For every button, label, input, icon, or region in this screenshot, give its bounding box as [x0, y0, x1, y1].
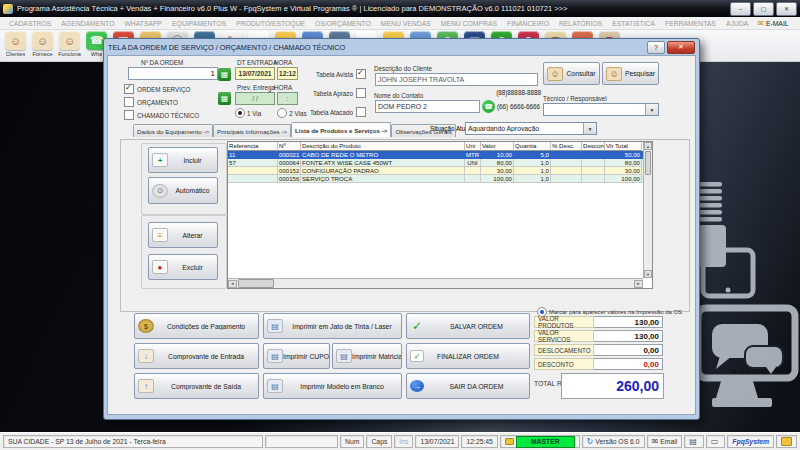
minimize-button[interactable]: –: [730, 2, 751, 16]
scrollbar-thumb[interactable]: [238, 279, 274, 288]
scroll-down-icon[interactable]: ▼: [644, 270, 652, 278]
situacao-dropdown[interactable]: Aguardando Aprovação ▼: [465, 122, 597, 135]
menu-item[interactable]: RELATÓRIOS: [554, 20, 607, 27]
menu-item-email[interactable]: ✉ E-MAIL: [753, 19, 792, 28]
automatico-button[interactable]: ⊙ Automático: [148, 177, 218, 204]
condicoes-pagamento-button[interactable]: $ Condições de Pagamento: [134, 313, 259, 339]
column-header[interactable]: Valor: [481, 142, 514, 151]
tab[interactable]: Principais Informações ->: [213, 124, 291, 137]
menu-item[interactable]: EQUIPAMENTOS: [167, 20, 231, 27]
window-titlebar: Programa Assistência Técnica + Vendas + …: [0, 0, 800, 17]
client-input[interactable]: JOHN JOSEPH TRAVOLTA: [375, 73, 538, 86]
technician-dropdown[interactable]: ▼: [543, 103, 659, 116]
tab[interactable]: Lista de Produtos e Serviços ->: [291, 122, 391, 137]
scroll-right-icon[interactable]: ►: [634, 280, 643, 288]
menu-item[interactable]: FINANCEIRO: [502, 20, 554, 27]
status-num-lock: Num: [340, 435, 364, 448]
incluir-button[interactable]: + Incluir: [148, 147, 218, 173]
dialog-help-button[interactable]: ?: [647, 41, 665, 54]
consultar-button[interactable]: ☺ Consultar: [543, 62, 600, 85]
menu-item[interactable]: MENU VENDAS: [376, 20, 436, 27]
add-icon: +: [152, 153, 168, 167]
menu-item[interactable]: AGENDAMENTO: [56, 20, 119, 27]
table-row[interactable]: 11 000021 CABO DE REDE O METRO MTR 10,00…: [228, 151, 652, 159]
dialog-close-button[interactable]: ✕: [667, 41, 695, 54]
table-horizontal-scrollbar[interactable]: ◄ ►: [228, 278, 643, 288]
menu-item[interactable]: FERRAMENTAS: [660, 20, 721, 27]
comprovante-saida-button[interactable]: ↑ Comprovante de Saída: [134, 373, 259, 399]
technician-label: Técnico / Responsável: [543, 95, 607, 102]
via-radio[interactable]: 1 Via: [235, 108, 261, 118]
contact-input[interactable]: DOM PEDRO 2: [375, 100, 480, 113]
finalizar-ordem-button[interactable]: ✓ FINALIZAR ORDEM: [406, 343, 530, 369]
table-vertical-scrollbar[interactable]: ▲ ▼: [643, 142, 652, 278]
menu-item[interactable]: OS/ORÇAMENTO: [310, 20, 376, 27]
menu-item[interactable]: ESTATISTICA: [607, 20, 660, 27]
order-number-input[interactable]: 1: [128, 67, 218, 80]
order-type-checkbox[interactable]: ORDEM SERVIÇO: [124, 84, 199, 94]
close-button[interactable]: ✕: [776, 2, 797, 16]
scrollbar-thumb[interactable]: [645, 151, 651, 175]
column-header[interactable]: Nº: [278, 142, 301, 151]
status-email-button[interactable]: ✉ Email: [647, 435, 683, 448]
column-header[interactable]: Quantia: [514, 142, 551, 151]
imprimir-jato-button[interactable]: ▤ Imprimir em Jato de Tinta / Laser: [263, 313, 402, 339]
column-header[interactable]: Desconto: [582, 142, 605, 151]
column-header[interactable]: % Desc.: [551, 142, 582, 151]
auto-icon: ⊙: [152, 184, 168, 198]
menu-item[interactable]: PRODUTO/ESTOQUE: [231, 20, 310, 27]
status-printer-button[interactable]: ▤: [684, 435, 704, 448]
comprovante-entrada-button[interactable]: ↓ Comprovante de Entrada: [134, 343, 259, 369]
entry-time-input[interactable]: 12:12: [277, 67, 298, 80]
entry-date-input[interactable]: 13/07/2021: [235, 67, 275, 80]
whatsapp-icon[interactable]: ☎: [482, 100, 495, 113]
status-caps-lock: Caps: [366, 435, 392, 448]
column-header[interactable]: Referencia: [228, 142, 278, 151]
imprimir-cupom-button[interactable]: ▤ Imprimir CUPOM: [263, 343, 330, 369]
people-icon: ☺: [547, 67, 563, 81]
delivery-time-input[interactable]: :: [277, 92, 298, 105]
salvar-ordem-button[interactable]: ✓ SALVAR ORDEM: [406, 313, 530, 339]
tabela-checkbox[interactable]: Tabela Avista: [302, 69, 366, 79]
menu-item[interactable]: CADASTROS: [4, 20, 56, 27]
scroll-left-icon[interactable]: ◄: [228, 280, 237, 288]
delivery-date-input[interactable]: / /: [235, 92, 275, 105]
toolbar-clientes[interactable]: ☺ Clientes: [2, 31, 29, 57]
menu-item[interactable]: AJUDA: [721, 20, 753, 27]
imprimir-matricial-button[interactable]: ▤ Imprimir Matricial: [332, 343, 402, 369]
maximize-button[interactable]: ▢: [753, 2, 774, 16]
dialog-titlebar[interactable]: TELA DA ORDEM DE SERVIÇO / ORÇAMENTO / C…: [107, 39, 696, 55]
chevron-down-icon: ▼: [645, 104, 658, 115]
monitor-icon: ▭: [711, 437, 719, 446]
entry-date-calendar-icon[interactable]: ▦: [218, 68, 231, 81]
tab[interactable]: Dados do Equipamento ->: [133, 124, 213, 137]
excluir-button[interactable]: ● Excluir: [148, 254, 218, 280]
column-header[interactable]: Descrição do Produto: [301, 142, 465, 151]
order-type-checkbox[interactable]: ORÇAMENTO: [124, 97, 199, 107]
column-header[interactable]: Vlr Total: [605, 142, 642, 151]
alterar-button[interactable]: ≡ Alterar: [148, 222, 218, 248]
table-row[interactable]: 000152 CONFIGURAÇÃO PADRAO 30,00 1,0 30,…: [228, 167, 652, 175]
status-folder-button[interactable]: [776, 435, 797, 448]
imprimir-branco-button[interactable]: ▤ Imprimir Modelo em Branco: [263, 373, 402, 399]
table-row[interactable]: 57 000064 FONTE ATX WISE CASE 450WT UNI …: [228, 159, 652, 167]
delivery-date-calendar-icon[interactable]: ▦: [218, 92, 231, 105]
table-row[interactable]: 000156 SERVIÇO TROCA 100,00 1,0 100,00: [228, 175, 652, 183]
pesquisar-button[interactable]: ☺ Pesquisar: [602, 62, 659, 85]
toolbar-funcionario[interactable]: ☺ Funciona: [56, 31, 83, 57]
checkbox: [124, 110, 134, 120]
tabela-checkbox[interactable]: Tabela Aprazo: [302, 88, 366, 98]
sair-ordem-button[interactable]: → SAIR DA ORDEM: [406, 373, 530, 399]
status-monitor-button[interactable]: ▭: [706, 435, 726, 448]
status-brand: FpqSystem: [727, 435, 774, 448]
toolbar-fornecedor[interactable]: ☺ Fornece: [29, 31, 56, 57]
tabela-checkbox[interactable]: Tabela Atacado: [302, 107, 366, 117]
total-row: VALOR PRODUTOS 130,00: [534, 316, 663, 328]
vias-radios: 1 Via 2 Vias: [235, 108, 307, 118]
menu-item[interactable]: MENU COMPRAS: [436, 20, 502, 27]
menu-item[interactable]: WHATSAPP: [119, 20, 167, 27]
order-type-checkbox[interactable]: CHAMADO TÉCNICO: [124, 110, 199, 120]
column-header[interactable]: Uni: [465, 142, 481, 151]
scroll-up-icon[interactable]: ▲: [644, 142, 652, 150]
chevron-down-icon: ▼: [583, 123, 596, 134]
